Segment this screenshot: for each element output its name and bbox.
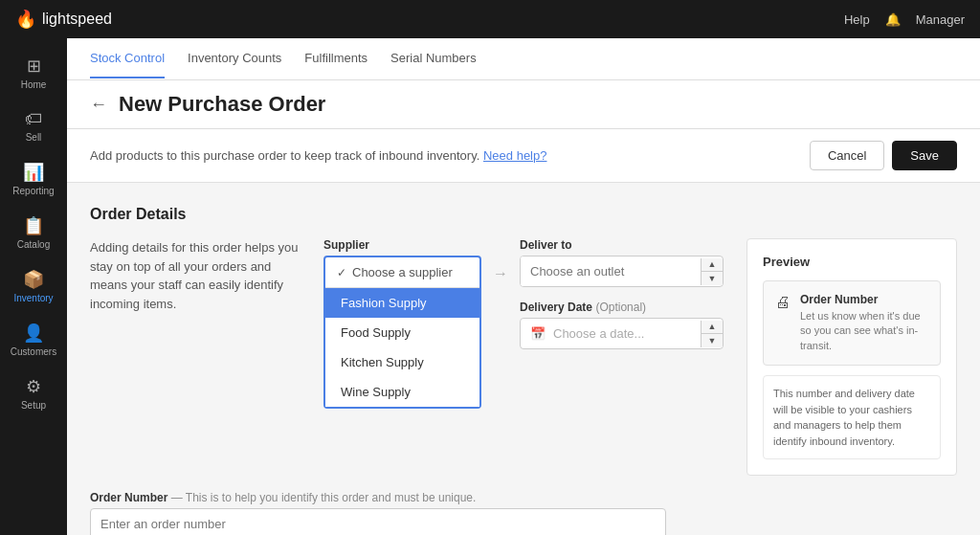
supplier-deliver-wrapper: Supplier ✓ Choose a supplier <box>323 238 724 476</box>
topbar-right: Help 🔔 Manager <box>844 12 965 27</box>
sidebar-item-catalog[interactable]: 📋 Catalog <box>0 206 67 259</box>
date-down-btn[interactable]: ▼ <box>702 334 723 347</box>
delivery-date-optional: (Optional) <box>595 301 646 314</box>
cancel-button[interactable]: Cancel <box>810 141 884 170</box>
outlet-down-btn[interactable]: ▼ <box>702 272 723 285</box>
sidebar-label-catalog: Catalog <box>17 239 50 250</box>
supplier-wrapper: ✓ Choose a supplier Fashion Supply <box>323 256 481 409</box>
reporting-icon: 📊 <box>23 162 44 183</box>
supplier-label: Supplier <box>323 238 481 252</box>
dropdown-selected-item: ✓ Choose a supplier <box>325 257 479 288</box>
sidebar-label-sell: Sell <box>26 132 42 143</box>
bottom-right <box>689 491 957 535</box>
delivery-date-label-text: Delivery Date <box>520 301 592 314</box>
catalog-icon: 📋 <box>23 215 44 236</box>
sidebar-label-customers: Customers <box>11 346 56 357</box>
app-body: ⊞ Home 🏷 Sell 📊 Reporting 📋 Catalog 📦 In… <box>0 38 980 535</box>
logo-text: lightspeed <box>42 11 112 28</box>
dropdown-selected-text: Choose a supplier <box>352 265 453 279</box>
sidebar-item-customers[interactable]: 👤 Customers <box>0 313 67 367</box>
date-spinners: ▲ ▼ <box>701 321 723 347</box>
subnav-stock-control[interactable]: Stock Control <box>90 39 165 78</box>
main-content: Order Details Adding details for this or… <box>67 183 980 535</box>
info-text: Add products to this purchase order to k… <box>90 148 546 163</box>
inventory-icon: 📦 <box>23 269 44 290</box>
delivery-date-label: Delivery Date (Optional) <box>520 301 724 314</box>
arrow-connector: → <box>493 238 508 282</box>
outlet-select[interactable]: ▲ ▼ <box>520 256 724 287</box>
sidebar-item-sell[interactable]: 🏷 Sell <box>0 100 67 152</box>
supplier-section: Supplier ✓ Choose a supplier <box>323 238 481 409</box>
sidebar-item-inventory[interactable]: 📦 Inventory <box>0 259 67 313</box>
sidebar-item-setup[interactable]: ⚙ Setup <box>0 367 67 420</box>
topbar: 🔥 lightspeed Help 🔔 Manager <box>0 0 980 38</box>
date-field[interactable]: 📅 Choose a date... ▲ ▼ <box>520 318 724 349</box>
details-description: Adding details for this order helps you … <box>90 238 301 476</box>
outlet-spinners: ▲ ▼ <box>701 258 723 285</box>
dropdown-item-kitchen[interactable]: Kitchen Supply <box>325 347 479 377</box>
calendar-icon: 📅 <box>530 326 546 341</box>
preview-card-content: Order Number Let us know when it's due s… <box>800 293 928 353</box>
sidebar: ⊞ Home 🏷 Sell 📊 Reporting 📋 Catalog 📦 In… <box>0 38 67 535</box>
sidebar-label-reporting: Reporting <box>12 186 54 196</box>
dropdown-item-label-fashion: Fashion Supply <box>341 296 427 310</box>
dropdown-item-wine[interactable]: Wine Supply <box>325 377 479 407</box>
info-actions: Cancel Save <box>810 141 957 170</box>
notification-icon[interactable]: 🔔 <box>885 12 901 27</box>
dropdown-list: Fashion Supply Food Supply Kitchen Suppl… <box>325 288 479 407</box>
dropdown-item-food[interactable]: Food Supply <box>325 318 479 347</box>
deliver-to-section: Deliver to ▲ ▼ Delivery Date <box>520 238 724 349</box>
dropdown-item-label-wine: Wine Supply <box>341 385 411 399</box>
order-number-sublabel: — This is to help you identify this orde… <box>171 491 477 504</box>
subnav: Stock Control Inventory Counts Fulfillme… <box>67 38 980 80</box>
user-menu[interactable]: Manager <box>916 12 965 27</box>
page-header: ← New Purchase Order <box>67 80 980 129</box>
topbar-left: 🔥 lightspeed <box>15 9 112 30</box>
subnav-inventory-counts[interactable]: Inventory Counts <box>188 39 281 78</box>
preview-card-title: Order Number <box>800 293 928 306</box>
save-button[interactable]: Save <box>892 141 957 170</box>
setup-icon: ⚙ <box>26 376 41 397</box>
need-help-link[interactable]: Need help? <box>483 148 547 163</box>
help-link[interactable]: Help <box>844 12 870 27</box>
sell-icon: 🏷 <box>25 109 42 129</box>
order-number-label: Order Number — This is to help you ident… <box>90 491 666 504</box>
flame-icon: 🔥 <box>15 9 36 30</box>
dropdown-item-label-kitchen: Kitchen Supply <box>341 355 424 369</box>
sidebar-item-home[interactable]: ⊞ Home <box>0 46 67 100</box>
page-title: New Purchase Order <box>119 92 325 117</box>
checkmark-icon: ✓ <box>337 266 346 279</box>
preview-card-desc: Let us know when it's due so you can see… <box>800 309 928 353</box>
preview-note: This number and delivery date will be vi… <box>763 375 941 459</box>
section-title: Order Details <box>90 206 957 223</box>
order-details-grid: Adding details for this order helps you … <box>90 238 957 476</box>
subnav-fulfillments[interactable]: Fulfillments <box>304 39 368 78</box>
back-button[interactable]: ← <box>90 95 107 115</box>
deliver-to-label: Deliver to <box>520 238 724 252</box>
outlet-input[interactable] <box>521 256 701 286</box>
preview-panel: Preview 🖨 Order Number Let us know when … <box>746 238 957 476</box>
preview-panel-title: Preview <box>763 255 941 269</box>
bottom-form: Order Number — This is to help you ident… <box>90 491 957 535</box>
info-message: Add products to this purchase order to k… <box>90 148 479 163</box>
dropdown-item-fashion[interactable]: Fashion Supply <box>325 288 479 318</box>
preview-card-icon: 🖨 <box>775 294 791 311</box>
info-bar: Add products to this purchase order to k… <box>67 129 980 183</box>
outlet-up-btn[interactable]: ▲ <box>702 258 723 272</box>
content-area: Stock Control Inventory Counts Fulfillme… <box>67 38 980 535</box>
sidebar-label-setup: Setup <box>21 400 46 411</box>
date-up-btn[interactable]: ▲ <box>702 321 723 334</box>
sidebar-label-home: Home <box>21 79 47 90</box>
customers-icon: 👤 <box>23 323 44 344</box>
sidebar-item-reporting[interactable]: 📊 Reporting <box>0 152 67 206</box>
order-number-input[interactable] <box>90 508 666 535</box>
order-number-label-text: Order Number <box>90 491 167 504</box>
subnav-serial-numbers[interactable]: Serial Numbers <box>390 39 477 78</box>
bottom-left: Order Number — This is to help you ident… <box>90 491 666 535</box>
date-field-inner: 📅 Choose a date... <box>521 319 701 348</box>
delivery-date-wrapper: Delivery Date (Optional) 📅 Choose a date… <box>520 301 724 349</box>
order-number-field-wrapper: Order Number — This is to help you ident… <box>90 491 666 535</box>
supplier-dropdown[interactable]: ✓ Choose a supplier Fashion Supply <box>323 256 481 409</box>
home-icon: ⊞ <box>27 56 41 77</box>
preview-card: 🖨 Order Number Let us know when it's due… <box>763 280 941 366</box>
